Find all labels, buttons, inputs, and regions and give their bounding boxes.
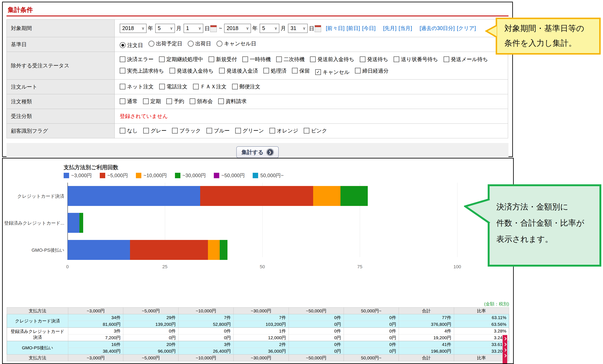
checkbox[interactable] bbox=[120, 84, 125, 90]
legend-label: ~50,000円 bbox=[221, 172, 245, 179]
checkbox[interactable] bbox=[235, 128, 241, 134]
checkbox[interactable] bbox=[242, 57, 248, 62]
checkbox[interactable] bbox=[355, 68, 361, 73]
from-day-select[interactable]: 1∨ bbox=[184, 24, 203, 33]
checkbox[interactable] bbox=[232, 84, 238, 90]
to-day-select[interactable]: 31∨ bbox=[288, 24, 308, 33]
checkbox-option-頒布会[interactable]: 頒布会 bbox=[190, 98, 213, 105]
radio-option-出荷予定日[interactable]: 出荷予定日 bbox=[149, 40, 182, 47]
checkbox-option-なし[interactable]: なし bbox=[120, 127, 138, 134]
checkbox[interactable] bbox=[218, 98, 224, 104]
checkbox-option-ブラック[interactable]: ブラック bbox=[172, 127, 201, 134]
quick-link[interactable]: [今日] bbox=[362, 25, 376, 31]
checkbox-option-二次待機[interactable]: 二次待機 bbox=[276, 54, 304, 64]
checkbox-option-オレンジ[interactable]: オレンジ bbox=[269, 127, 298, 134]
checkbox[interactable] bbox=[263, 68, 269, 73]
from-year-select[interactable]: 2018∨ bbox=[120, 24, 147, 33]
checkbox-option-決済エラー[interactable]: 決済エラー bbox=[120, 54, 153, 64]
radio-option-出荷日[interactable]: 出荷日 bbox=[188, 40, 211, 47]
calendar-icon[interactable] bbox=[315, 25, 321, 32]
quick-link[interactable]: [先月] bbox=[383, 25, 396, 31]
conditions-form: 対象期間 2018∨年5∨月1∨日~2018∨年5∨月31∨日[前々日][前日]… bbox=[7, 19, 508, 138]
checkbox[interactable] bbox=[209, 57, 214, 62]
checkbox[interactable] bbox=[166, 98, 172, 104]
aggregate-button-label: 集計する bbox=[241, 149, 263, 156]
checkbox-option-新規受付[interactable]: 新規受付 bbox=[209, 54, 237, 64]
checkbox[interactable] bbox=[193, 84, 199, 90]
checkbox-option-ピンク[interactable]: ピンク bbox=[304, 127, 327, 134]
radio-option-キャンセル日[interactable]: キャンセル日 bbox=[217, 40, 256, 47]
checkbox[interactable] bbox=[120, 68, 125, 73]
checkbox[interactable] bbox=[159, 84, 165, 90]
radio[interactable] bbox=[149, 41, 154, 47]
table-header-row: 支払方法~3,000円~5,000円~10,000円~30,000円~50,00… bbox=[7, 354, 509, 361]
quick-link[interactable]: [当月] bbox=[399, 25, 412, 31]
aggregate-button[interactable]: 集計する ❯ bbox=[236, 146, 278, 158]
checkbox-option-グリーン[interactable]: グリーン bbox=[235, 127, 264, 134]
checkbox[interactable] bbox=[304, 128, 309, 134]
checkbox[interactable] bbox=[207, 128, 212, 134]
checkbox-option-定期[interactable]: 定期 bbox=[143, 98, 161, 105]
checkbox-option-電話注文[interactable]: 電話注文 bbox=[159, 83, 187, 90]
checkbox-option-グレー[interactable]: グレー bbox=[143, 127, 167, 134]
checkbox-option-ブルー[interactable]: ブルー bbox=[207, 127, 230, 134]
checkbox[interactable] bbox=[120, 98, 125, 104]
checkbox-option-キャンセル[interactable]: ✓キャンセル bbox=[315, 67, 349, 77]
checkbox-option-発送前入金待ち[interactable]: 発送前入金待ち bbox=[310, 54, 354, 64]
checkbox-option-発送後入金済[interactable]: 発送後入金済 bbox=[219, 66, 258, 76]
checkbox[interactable] bbox=[143, 128, 149, 134]
checkbox[interactable] bbox=[444, 57, 449, 62]
checkbox-option-資料請求[interactable]: 資料請求 bbox=[218, 98, 247, 105]
radio[interactable] bbox=[120, 42, 126, 48]
checkbox-option-発送メール待ち[interactable]: 発送メール待ち bbox=[444, 54, 488, 64]
checkbox-option-ＦＡＸ注文[interactable]: ＦＡＸ注文 bbox=[193, 83, 227, 90]
checkbox-option-通常[interactable]: 通常 bbox=[120, 98, 138, 105]
result-callout-line3: 表示されます。 bbox=[496, 231, 599, 247]
to-year-select[interactable]: 2018∨ bbox=[224, 24, 251, 33]
checkbox-option-送り状番号待ち[interactable]: 送り状番号待ち bbox=[394, 54, 438, 64]
checkbox[interactable] bbox=[292, 68, 298, 73]
calendar-icon[interactable] bbox=[210, 25, 217, 32]
checkbox[interactable] bbox=[360, 57, 365, 62]
radio[interactable] bbox=[188, 41, 194, 47]
checkbox-option-ネット注文[interactable]: ネット注文 bbox=[120, 83, 154, 90]
checkbox-option-実売上請求待ち[interactable]: 実売上請求待ち bbox=[120, 66, 164, 76]
checkbox[interactable] bbox=[159, 57, 165, 62]
checkbox-option-発送待ち[interactable]: 発送待ち bbox=[360, 54, 388, 64]
exclude-status-label: 除外する受注ステータス bbox=[7, 52, 115, 80]
checkbox[interactable] bbox=[310, 57, 316, 62]
checkbox[interactable] bbox=[269, 128, 275, 134]
x-tick-label: 25 bbox=[162, 264, 167, 270]
checkbox[interactable]: ✓ bbox=[315, 69, 321, 75]
side-ribbon[interactable] bbox=[503, 335, 507, 364]
checkbox[interactable] bbox=[172, 128, 178, 134]
checkbox[interactable] bbox=[120, 57, 125, 62]
to-month-select[interactable]: 5∨ bbox=[260, 24, 279, 33]
checkbox-option-保留[interactable]: 保留 bbox=[292, 66, 310, 76]
count-cell: 20件 bbox=[123, 341, 178, 348]
checkbox-option-締日経過分[interactable]: 締日経過分 bbox=[355, 66, 389, 76]
chevron-down-icon: ∨ bbox=[170, 26, 173, 31]
checkbox[interactable] bbox=[394, 57, 399, 62]
checkbox-option-定期継続処理中[interactable]: 定期継続処理中 bbox=[159, 54, 203, 64]
checkbox-option-処理済[interactable]: 処理済 bbox=[263, 66, 287, 76]
quick-link[interactable]: [前日] bbox=[347, 25, 360, 31]
from-month-select[interactable]: 5∨ bbox=[155, 24, 175, 33]
radio[interactable] bbox=[217, 41, 222, 47]
checkbox[interactable] bbox=[120, 128, 125, 134]
quick-link[interactable]: [クリア] bbox=[457, 25, 476, 31]
checkbox-option-一時待機[interactable]: 一時待機 bbox=[242, 54, 271, 64]
checkbox[interactable] bbox=[143, 98, 149, 104]
checkbox-option-予約[interactable]: 予約 bbox=[166, 98, 184, 105]
quick-link[interactable]: [前々日] bbox=[326, 25, 345, 31]
checkbox-option-発送後入金待ち[interactable]: 発送後入金待ち bbox=[170, 66, 214, 76]
checkbox-option-郵便注文[interactable]: 郵便注文 bbox=[232, 83, 260, 90]
quick-link[interactable]: [過去の30日分] bbox=[420, 25, 455, 31]
checkbox[interactable] bbox=[219, 68, 225, 73]
checkbox[interactable] bbox=[190, 98, 195, 104]
radio-option-注文日[interactable]: 注文日 bbox=[120, 42, 143, 49]
checkbox[interactable] bbox=[170, 68, 175, 73]
x-tick-label: 100 bbox=[453, 264, 461, 270]
checkbox[interactable] bbox=[276, 57, 282, 62]
day-suffix: 日 bbox=[205, 25, 210, 31]
